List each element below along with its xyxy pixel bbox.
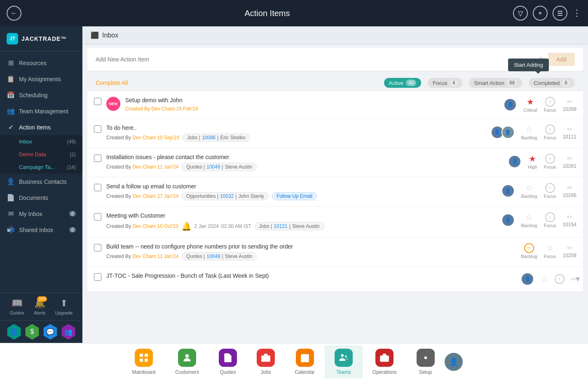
- item-1-date: 19 Feb'24: [176, 106, 198, 112]
- item-3-checkbox[interactable]: [94, 155, 101, 162]
- item-7-checkbox[interactable]: [94, 273, 101, 281]
- hex-chat[interactable]: 💬: [42, 324, 58, 340]
- add-header-button[interactable]: +: [533, 6, 548, 21]
- item-4-date: 27 Jan'24: [157, 193, 178, 199]
- alarm-date: 2 Jan 2024: [194, 223, 218, 229]
- upgrade-button[interactable]: ⬆ Upgrade: [55, 298, 73, 315]
- sidebar-label-business-contacts: Business Contacts: [19, 178, 67, 185]
- item-4-star[interactable]: ☆: [525, 183, 533, 193]
- item-2-star[interactable]: ☆: [525, 124, 533, 134]
- sidebar-subitem-demo-data[interactable]: Demo Data (2): [0, 148, 82, 161]
- item-5-id[interactable]: 10154: [563, 222, 576, 228]
- item-4-id[interactable]: 10266: [563, 192, 576, 198]
- filter-completed[interactable]: Completed 6: [529, 78, 575, 88]
- add-item-input[interactable]: [96, 56, 534, 63]
- action-item-2: To do here.. Created By Dev Cham 15 Sep'…: [87, 119, 583, 148]
- nav-jobs[interactable]: Jobs: [247, 345, 285, 378]
- item-6-minus[interactable]: −: [524, 243, 534, 253]
- hex-person[interactable]: 👤: [6, 324, 22, 340]
- item-5-priority-label: Backlog: [521, 223, 537, 228]
- item-2-focus-circle[interactable]: +: [545, 124, 555, 134]
- item-6-id[interactable]: 10258: [563, 253, 576, 258]
- sidebar-item-my-inbox[interactable]: ✉ My Inbox β: [0, 206, 82, 222]
- more-button[interactable]: ⋮: [572, 8, 581, 19]
- item-7-focus-circle[interactable]: +: [555, 274, 565, 284]
- item-1-id[interactable]: 10269: [563, 106, 576, 112]
- item-5-tag-link[interactable]: 10121: [274, 223, 287, 229]
- sidebar-item-my-assignments[interactable]: 📋 My Assignments: [0, 71, 82, 87]
- sidebar-item-shared-inbox[interactable]: 📬 Shared Inbox β: [0, 222, 82, 238]
- complete-all-button[interactable]: Complete All: [96, 80, 128, 86]
- avatar-1: 👤: [504, 98, 517, 111]
- item-5-star[interactable]: ☆: [525, 212, 533, 222]
- nav-teams[interactable]: Teams: [325, 345, 363, 378]
- nav-customers[interactable]: Customers: [165, 345, 209, 378]
- item-4-focus-circle[interactable]: +: [545, 183, 555, 193]
- sidebar-item-resources[interactable]: ⊞ Resources: [0, 55, 82, 71]
- item-6-edit-icon[interactable]: ✏: [567, 244, 572, 252]
- item-1-star[interactable]: ★: [527, 97, 534, 107]
- filter-button[interactable]: ▽: [513, 6, 528, 21]
- alerts-button[interactable]: 🔔 269 Alerts: [34, 298, 45, 315]
- item-3-tag-link[interactable]: 10049: [206, 164, 220, 170]
- filter-completed-count: 6: [562, 80, 570, 86]
- item-5-checkbox[interactable]: [94, 213, 101, 220]
- item-3-id[interactable]: 10261: [563, 163, 576, 169]
- avatar-5: 👤: [501, 213, 515, 227]
- item-4-edit-icon[interactable]: ✏: [567, 184, 572, 192]
- item-6-checkbox[interactable]: [94, 244, 101, 251]
- item-4-checkbox[interactable]: [94, 184, 101, 191]
- hex-dollar[interactable]: $: [24, 324, 40, 340]
- item-5-focus: + Focus: [544, 212, 556, 228]
- item-6-tag-link[interactable]: 10049: [206, 253, 220, 259]
- more-icon: ⋮: [572, 8, 581, 18]
- filter-active[interactable]: Active 49: [384, 78, 422, 88]
- item-1-edit-icon[interactable]: ✏: [567, 98, 572, 106]
- item-5-focus-circle[interactable]: +: [545, 212, 555, 222]
- item-2-checkbox[interactable]: [94, 125, 101, 133]
- svg-rect-7: [261, 355, 270, 361]
- item-6-body: Build team -- need to configure phone nu…: [106, 243, 497, 260]
- documents-icon: 📄: [7, 194, 15, 202]
- item-3-focus-circle[interactable]: +: [545, 154, 555, 164]
- sidebar-item-team-management[interactable]: 👥 Team Management: [0, 103, 82, 119]
- filter-focus[interactable]: Focus 4: [428, 78, 462, 88]
- item-1-checkbox[interactable]: [94, 98, 101, 105]
- quotes-icon-wrap: [219, 349, 237, 367]
- filter-smart-action[interactable]: Smart Action 88: [469, 78, 522, 88]
- nav-mainboard[interactable]: Mainboard: [122, 345, 165, 378]
- item-1-focus-circle[interactable]: +: [545, 97, 555, 107]
- guides-label: Guides: [10, 310, 24, 315]
- sidebar-subitem-campaign[interactable]: Campaign Ta... (14): [0, 161, 82, 174]
- nav-operations[interactable]: Operations: [363, 345, 407, 378]
- setup-label: Setup: [419, 369, 432, 375]
- sidebar-item-scheduling[interactable]: 📅 Scheduling: [0, 87, 82, 103]
- sidebar-item-action-items[interactable]: ✓ Action Items: [0, 119, 82, 135]
- user-avatar-bottom[interactable]: 👤: [445, 353, 463, 371]
- add-button[interactable]: Add: [548, 53, 575, 66]
- business-contacts-icon: 👤: [7, 178, 15, 185]
- item-3-edit-icon[interactable]: ✏: [567, 155, 572, 162]
- sidebar-item-documents[interactable]: 📄 Documents: [0, 190, 82, 206]
- nav-setup[interactable]: Setup: [407, 345, 445, 378]
- nav-quotes[interactable]: Quotes: [209, 345, 247, 378]
- logo-text: JACKTRADE™: [21, 35, 67, 42]
- item-2-edit-icon[interactable]: ✏: [567, 125, 572, 133]
- sidebar-subitem-inbox[interactable]: Inbox (49): [0, 135, 82, 148]
- nav-calendar[interactable]: Calendar: [285, 345, 325, 378]
- item-3-star[interactable]: ★: [529, 154, 536, 164]
- item-2-tag-link[interactable]: 10086: [202, 135, 216, 141]
- guides-button[interactable]: 📖 Guides: [10, 298, 24, 315]
- item-6-star[interactable]: ☆: [546, 243, 554, 253]
- hex-group[interactable]: 👥: [61, 324, 76, 340]
- item-4-tag-link[interactable]: 10032: [220, 193, 234, 199]
- campaign-label: Campaign Ta...: [19, 164, 55, 170]
- item-5-edit-icon[interactable]: ✏: [567, 213, 572, 221]
- item-7-star[interactable]: ☆: [541, 274, 548, 284]
- menu-button[interactable]: ☰: [553, 6, 567, 21]
- back-button[interactable]: ←: [7, 6, 21, 21]
- item-6-meta: Created By Dev Cham 11 Jan'24 Quotes | 1…: [106, 252, 497, 260]
- item-2-id[interactable]: 10111: [563, 134, 576, 140]
- item-2-focus: + Focus: [544, 124, 556, 140]
- sidebar-item-business-contacts[interactable]: 👤 Business Contacts: [0, 174, 82, 190]
